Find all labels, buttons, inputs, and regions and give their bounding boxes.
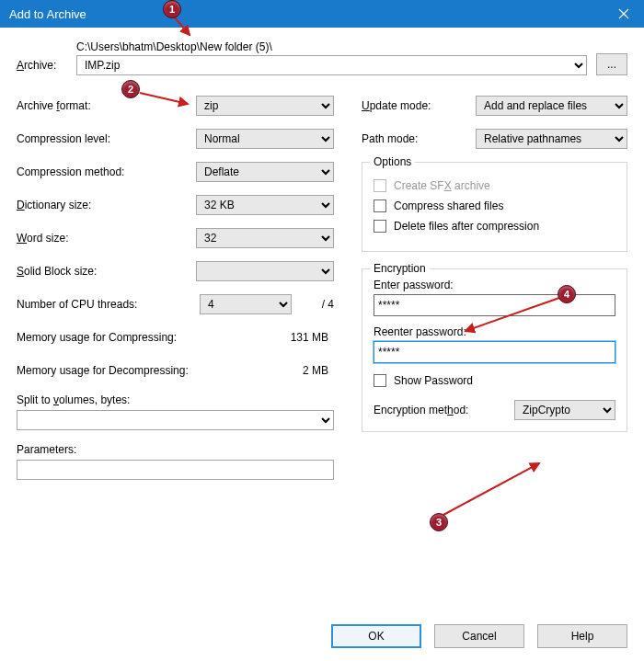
- compression-method-select[interactable]: Deflate: [196, 162, 334, 182]
- close-icon: [618, 8, 629, 19]
- ok-button[interactable]: OK: [331, 624, 421, 648]
- badge-2: 2: [121, 80, 140, 98]
- reenter-password-input[interactable]: [374, 341, 615, 363]
- row-compression-level: Compression level: Normal: [17, 129, 334, 149]
- compress-shared-label: Compress shared files: [394, 199, 503, 212]
- split-volumes-select[interactable]: [17, 410, 334, 430]
- badge-3: 3: [430, 513, 448, 531]
- mem-decompress-value: 2 MB: [196, 364, 334, 377]
- footer: OK Cancel Help: [331, 624, 627, 648]
- options-title: Options: [370, 155, 415, 168]
- update-mode-select[interactable]: Add and replace files: [476, 96, 627, 116]
- cpu-threads-select[interactable]: 4: [200, 294, 292, 314]
- encryption-method-select[interactable]: ZipCrypto: [514, 400, 615, 420]
- cancel-button[interactable]: Cancel: [434, 624, 524, 648]
- reenter-password-label: Reenter password:: [374, 325, 615, 338]
- archive-filename-select[interactable]: IMP.zip: [76, 55, 587, 75]
- badge-1: 1: [163, 0, 181, 18]
- row-update-mode: Update mode: Add and replace files: [362, 96, 627, 116]
- sfx-checkbox: [374, 179, 386, 192]
- row-sfx: Create SFX archive: [374, 179, 615, 192]
- show-password-label: Show Password: [394, 374, 473, 387]
- archive-format-select[interactable]: zip: [196, 96, 334, 116]
- row-compression-method: Compression method: Deflate: [17, 162, 334, 182]
- badge-4: 4: [558, 285, 576, 303]
- compression-level-label: Compression level:: [17, 132, 196, 145]
- options-group: Options Create SFX archive Compress shar…: [362, 162, 627, 252]
- encryption-group: Encryption Enter password: Reenter passw…: [362, 268, 627, 432]
- browse-button[interactable]: ...: [596, 53, 627, 75]
- row-show-password[interactable]: Show Password: [374, 374, 615, 387]
- row-parameters: Parameters:: [17, 443, 334, 480]
- row-delete-after[interactable]: Delete files after compression: [374, 220, 615, 233]
- row-mem-decompress: Memory usage for Decompressing: 2 MB: [17, 360, 334, 381]
- row-path-mode: Path mode: Relative pathnames: [362, 129, 627, 149]
- row-dictionary-size: Dictionary size: 32 KB: [17, 195, 334, 215]
- delete-after-label: Delete files after compression: [394, 220, 539, 233]
- sfx-label: Create SFX archive: [394, 179, 490, 192]
- titlebar: Add to Archive: [0, 0, 644, 28]
- row-compress-shared[interactable]: Compress shared files: [374, 199, 615, 212]
- compression-method-label: Compression method:: [17, 165, 196, 178]
- mem-compress-value: 131 MB: [196, 331, 334, 344]
- archive-path: C:\Users\bhatm\Desktop\New folder (5)\: [76, 40, 587, 53]
- enter-password-label: Enter password:: [374, 279, 615, 291]
- path-mode-label: Path mode:: [362, 132, 476, 145]
- row-mem-compress: Memory usage for Compressing: 131 MB: [17, 327, 334, 348]
- parameters-label: Parameters:: [17, 443, 334, 456]
- compress-shared-checkbox[interactable]: [374, 199, 386, 212]
- row-archive-format: Archive format: zip: [17, 96, 334, 116]
- window-title: Add to Archive: [9, 7, 86, 21]
- cpu-threads-label: Number of CPU threads:: [17, 298, 200, 311]
- archive-label: Archive:: [17, 59, 67, 75]
- row-split-volumes: Split to volumes, bytes:: [17, 393, 334, 430]
- mem-decompress-label: Memory usage for Decompressing:: [17, 364, 196, 377]
- row-cpu-threads: Number of CPU threads: 4 / 4: [17, 294, 334, 314]
- show-password-checkbox[interactable]: [374, 374, 386, 387]
- solid-block-select[interactable]: [196, 261, 334, 281]
- delete-after-checkbox[interactable]: [374, 220, 386, 233]
- cpu-threads-total: / 4: [292, 298, 334, 311]
- enter-password-input[interactable]: [374, 294, 615, 316]
- word-size-select[interactable]: 32: [196, 228, 334, 248]
- row-solid-block-size: Solid Block size:: [17, 261, 334, 281]
- compression-level-select[interactable]: Normal: [196, 129, 334, 149]
- encryption-title: Encryption: [370, 262, 430, 275]
- help-button[interactable]: Help: [537, 624, 627, 648]
- archive-row: Archive: C:\Users\bhatm\Desktop\New fold…: [17, 40, 627, 75]
- path-mode-select[interactable]: Relative pathnames: [476, 129, 627, 149]
- mem-compress-label: Memory usage for Compressing:: [17, 331, 196, 344]
- parameters-input[interactable]: [17, 460, 334, 480]
- row-word-size: Word size: 32: [17, 228, 334, 248]
- close-button[interactable]: [604, 0, 644, 28]
- dictionary-size-select[interactable]: 32 KB: [196, 195, 334, 215]
- browse-button-label: ...: [607, 58, 616, 71]
- row-encryption-method: Encryption method: ZipCrypto: [374, 400, 615, 420]
